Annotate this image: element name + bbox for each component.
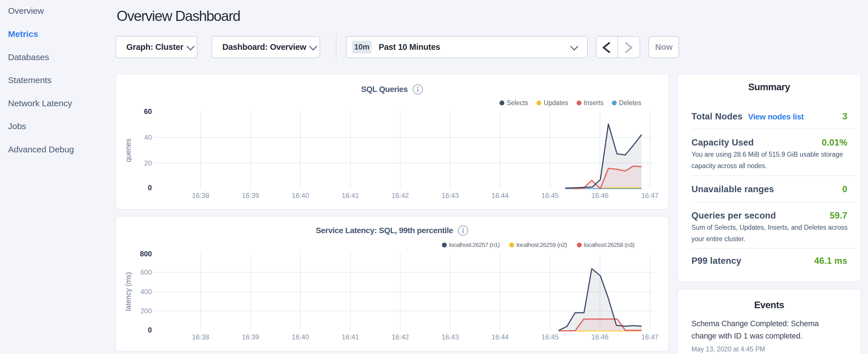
svg-text:16:47: 16:47: [641, 192, 658, 199]
svg-text:16:46: 16:46: [591, 192, 609, 199]
svg-text:16:46: 16:46: [591, 333, 609, 341]
svg-text:queries: queries: [124, 139, 132, 162]
svg-text:16:40: 16:40: [292, 333, 309, 341]
svg-text:600: 600: [141, 268, 152, 276]
svg-text:0: 0: [148, 326, 152, 334]
svg-text:16:47: 16:47: [641, 333, 658, 341]
svg-text:16:38: 16:38: [192, 333, 209, 341]
svg-text:16:43: 16:43: [442, 333, 459, 341]
svg-text:16:41: 16:41: [342, 192, 359, 199]
svg-text:16:45: 16:45: [541, 333, 559, 341]
svg-text:20: 20: [144, 159, 152, 167]
svg-text:16:45: 16:45: [541, 192, 559, 199]
svg-text:400: 400: [141, 288, 152, 296]
svg-text:200: 200: [141, 307, 152, 315]
svg-text:16:42: 16:42: [392, 333, 409, 341]
svg-text:16:44: 16:44: [492, 333, 509, 341]
svg-text:40: 40: [144, 133, 152, 141]
svg-text:16:40: 16:40: [292, 192, 309, 199]
svg-text:16:41: 16:41: [342, 333, 359, 341]
svg-text:16:39: 16:39: [242, 333, 259, 341]
svg-text:latency (ms): latency (ms): [124, 272, 132, 311]
svg-text:60: 60: [144, 107, 152, 116]
svg-text:16:42: 16:42: [392, 192, 409, 199]
svg-text:0: 0: [148, 184, 152, 192]
svg-text:800: 800: [140, 250, 152, 258]
svg-text:16:44: 16:44: [492, 192, 509, 199]
svg-text:16:39: 16:39: [242, 192, 259, 199]
svg-text:16:43: 16:43: [442, 192, 459, 199]
svg-text:16:38: 16:38: [192, 192, 209, 199]
